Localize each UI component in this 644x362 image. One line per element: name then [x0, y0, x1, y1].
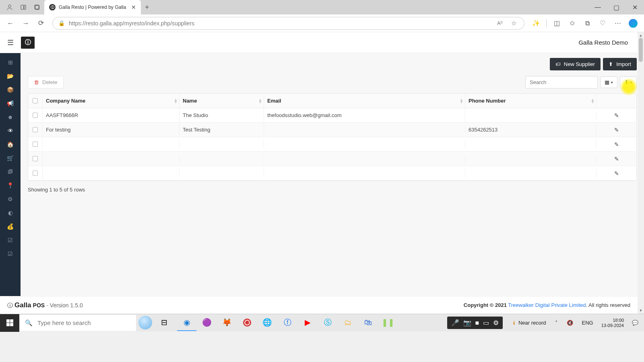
weather-widget[interactable]: 🌡 Near record: [508, 320, 550, 326]
row-checkbox[interactable]: [33, 171, 38, 176]
cell-phone: [465, 140, 597, 148]
table-row[interactable]: ✎: [28, 152, 636, 166]
sidebar-location-icon[interactable]: 📍: [0, 179, 21, 192]
browser-tab[interactable]: ⓘ Galla Resto | Powered by Galla ✕: [44, 0, 141, 14]
tab-close-icon[interactable]: ✕: [131, 4, 136, 10]
taskbar-search[interactable]: 🔍 Type here to search: [19, 315, 136, 331]
more-icon[interactable]: ⋯: [611, 17, 625, 30]
edit-icon[interactable]: ✎: [614, 156, 619, 162]
chrome-icon[interactable]: 🌐: [258, 315, 277, 331]
view-toggle[interactable]: ▦ ▾: [600, 76, 617, 88]
skype-icon[interactable]: Ⓢ: [318, 315, 337, 331]
language-indicator[interactable]: ENG: [578, 320, 597, 326]
edit-icon[interactable]: ✎: [614, 170, 619, 177]
youtube-icon[interactable]: ▶: [298, 315, 317, 331]
col-phone[interactable]: Phone Number▴▾: [465, 94, 597, 108]
sidebar-user-icon[interactable]: ☻: [0, 110, 21, 124]
app-icon[interactable]: ❚❚: [378, 315, 398, 331]
app-header: ☰ ⓘ Galla Resto Demo: [0, 32, 644, 53]
footer-company-link[interactable]: Treewalker Digital Private Limited: [508, 302, 586, 308]
col-company[interactable]: Company Name▴▾: [43, 94, 180, 108]
edge-icon[interactable]: ◉: [177, 315, 196, 331]
row-checkbox[interactable]: [33, 156, 38, 161]
tab-actions-icon[interactable]: [33, 3, 41, 11]
table-row[interactable]: ✎: [28, 166, 636, 181]
copilot-taskbar-icon[interactable]: 🟣: [197, 315, 217, 331]
table-row[interactable]: For testingTest Testing6354262513✎: [28, 123, 636, 137]
delete-button[interactable]: 🗑 Delete: [28, 76, 64, 88]
cell-email: thefoodsstudio.web@gmail.com: [264, 108, 465, 122]
text-size-icon[interactable]: A)): [495, 20, 505, 26]
close-window-button[interactable]: ✕: [625, 0, 644, 14]
lock-icon: 🔒: [58, 20, 65, 26]
clock[interactable]: 18:00 13-09-2024: [598, 318, 627, 328]
sidebar-money-icon[interactable]: 💰: [0, 220, 21, 233]
copilot-icon[interactable]: [626, 17, 640, 30]
task-view-icon[interactable]: ⊟: [155, 315, 174, 331]
cortana-icon[interactable]: [137, 315, 155, 331]
sidebar-cart-icon[interactable]: 🛒: [0, 151, 21, 165]
notifications-icon[interactable]: 💬: [628, 320, 642, 326]
address-bar[interactable]: 🔒 https://resto.galla.app/myresto/index.…: [52, 17, 524, 30]
profile-icon[interactable]: [6, 3, 14, 11]
row-checkbox[interactable]: [33, 127, 38, 132]
explorer-icon[interactable]: 🗂: [338, 315, 357, 331]
sidebar-chart-icon[interactable]: ◐: [0, 206, 21, 220]
record-icon[interactable]: [237, 315, 257, 331]
maximize-button[interactable]: ▢: [607, 0, 625, 14]
sidebar-box-icon[interactable]: 📦: [0, 83, 21, 97]
search-input[interactable]: [525, 76, 598, 88]
edit-icon[interactable]: ✎: [614, 112, 619, 119]
sidebar-check1-icon[interactable]: ☑: [0, 233, 21, 247]
new-supplier-button[interactable]: 🏷 New Supplier: [550, 58, 601, 70]
sidebar-settings-icon[interactable]: ⚙: [0, 192, 21, 206]
favorite-icon[interactable]: ☆: [509, 20, 518, 27]
store-icon[interactable]: 🛍: [358, 315, 378, 331]
cell-company: [43, 155, 180, 163]
cell-email: [264, 140, 465, 148]
favorites-icon[interactable]: ✩: [565, 17, 579, 30]
workspaces-icon[interactable]: [19, 3, 27, 11]
sidebar-folder-icon[interactable]: 📂: [0, 69, 21, 83]
col-email[interactable]: Email▴▾: [264, 94, 465, 108]
facebook-icon[interactable]: ⓕ: [278, 315, 297, 331]
export-toggle[interactable]: ⬇ ▾: [620, 76, 637, 88]
select-all-checkbox[interactable]: [33, 98, 38, 103]
cell-phone: [465, 155, 597, 163]
app-logo-icon[interactable]: ⓘ: [21, 37, 35, 49]
table-row[interactable]: AASFT9666RThe Studiothefoodsstudio.web@g…: [28, 108, 636, 123]
account-name[interactable]: Galla Resto Demo: [578, 39, 628, 46]
footer-copyright: Copyright © 2021: [464, 302, 507, 308]
firefox-icon[interactable]: 🦊: [217, 315, 237, 331]
start-button[interactable]: [0, 314, 19, 332]
back-button[interactable]: ←: [4, 17, 17, 30]
collections-icon[interactable]: ⧉: [580, 17, 594, 30]
new-tab-button[interactable]: +: [145, 3, 149, 12]
sidebar-announce-icon[interactable]: 📢: [0, 97, 21, 110]
tray-chevron-icon[interactable]: ˄: [551, 320, 562, 326]
row-checkbox[interactable]: [33, 113, 38, 118]
forward-button[interactable]: →: [19, 17, 32, 30]
menu-toggle-button[interactable]: ☰: [7, 38, 14, 47]
edit-icon[interactable]: ✎: [614, 127, 619, 133]
sidebar-receipt-icon[interactable]: 🗊: [0, 165, 21, 179]
scrollbar-thumb[interactable]: [639, 38, 643, 62]
volume-icon[interactable]: 🔇: [563, 320, 577, 326]
row-checkbox[interactable]: [33, 142, 38, 147]
recording-tray[interactable]: 🎤 📷 ■ ▭ ⚙: [447, 317, 503, 329]
sidebar-check2-icon[interactable]: ☑: [0, 247, 21, 261]
table-row[interactable]: ✎: [28, 137, 636, 152]
scrollbar[interactable]: ▲ ▼: [638, 32, 644, 314]
browser-essentials-icon[interactable]: ♡: [596, 17, 609, 30]
scroll-down-icon[interactable]: ▼: [638, 307, 644, 314]
import-button[interactable]: ⬆ Import: [603, 58, 637, 70]
col-name[interactable]: Name▴▾: [180, 94, 264, 108]
extensions-icon[interactable]: ✨: [529, 17, 543, 30]
sidebar-home-icon[interactable]: 🏠: [0, 138, 21, 151]
minimize-button[interactable]: —: [588, 0, 607, 14]
refresh-button[interactable]: ⟳: [35, 17, 47, 30]
edit-icon[interactable]: ✎: [614, 141, 619, 148]
sidebar-dashboard-icon[interactable]: ⊞: [0, 56, 21, 69]
split-screen-icon[interactable]: ◫: [550, 17, 564, 30]
sidebar-eye-icon[interactable]: 👁: [0, 124, 21, 138]
